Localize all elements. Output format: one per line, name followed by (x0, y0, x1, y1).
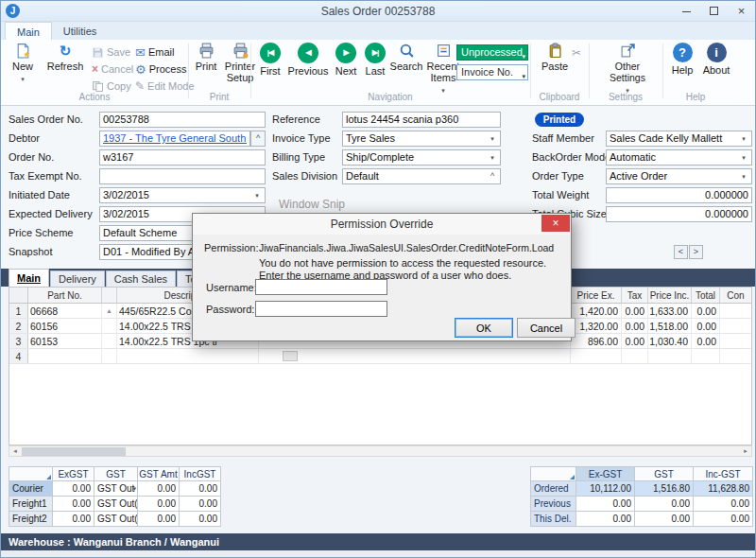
email-button[interactable]: ✉ Email (135, 44, 174, 60)
totals-corner-cell[interactable] (531, 467, 576, 481)
freight-col-gst[interactable]: GST (94, 467, 138, 481)
dialog-close-button[interactable]: × (541, 215, 570, 232)
first-button[interactable]: |◀ First (256, 43, 284, 77)
order-no-field[interactable]: w3167 (99, 149, 266, 166)
freight-incgst-cell[interactable]: 0.00 (180, 481, 221, 497)
freight-col-exgst[interactable]: ExGST (53, 467, 94, 481)
cell-button[interactable] (283, 351, 298, 361)
freight-gst-amt-cell[interactable]: 0.00 (138, 481, 180, 497)
freight-exgst-cell[interactable]: 0.00 (53, 512, 94, 527)
freight-row-freight2[interactable]: Freight2 0.00 GST Out(15%) 0.00 0.00 (9, 512, 221, 527)
total-cubic-size-field[interactable]: 0.000000 (606, 206, 752, 222)
freight-gst-cell[interactable]: GST Out(15%) (94, 512, 138, 527)
part-no-cell[interactable]: 06668 (28, 304, 102, 318)
invoice-type-combo[interactable]: Tyre Sales▾ (342, 131, 501, 147)
totals-row-this-del[interactable]: This Del. 0.00 0.00 0.00 (531, 512, 753, 527)
totals-incgst-cell[interactable]: 11,628.80 (694, 481, 753, 497)
staff-member-combo[interactable]: Sales Cade Kelly Mallett▾ (606, 131, 752, 147)
about-button[interactable]: i About (700, 43, 732, 76)
totals-incgst-cell[interactable]: 0.00 (694, 497, 753, 512)
col-header-part-no[interactable]: Part No. (28, 288, 102, 303)
printer-setup-button[interactable]: Printer Setup (222, 43, 258, 83)
totals-col-exgst[interactable]: Ex-GST (576, 467, 635, 481)
other-settings-button[interactable]: Other Settings ▾ (596, 43, 659, 96)
username-input[interactable] (255, 279, 387, 295)
col-header-icon[interactable] (102, 288, 117, 303)
totals-row-previous[interactable]: Previous 0.00 0.00 0.00 (531, 497, 753, 512)
total-cell[interactable]: 0.00 (692, 334, 720, 348)
freight-gst-cell[interactable]: GST Out(15%) (94, 497, 138, 512)
freight-row-label[interactable]: Courier (9, 481, 53, 497)
tax-cell[interactable]: 0.00 (622, 334, 648, 348)
price-ex-cell[interactable]: 896.00 (571, 334, 622, 348)
grid-row-4[interactable]: 4 (9, 349, 751, 364)
freight-corner-cell[interactable] (9, 467, 53, 481)
tax-cell[interactable]: 0.00 (622, 319, 648, 333)
refresh-button[interactable]: ↻ Refresh (43, 43, 88, 72)
price-inc-cell[interactable]: 1,030.40 (648, 334, 692, 348)
total-weight-field[interactable]: 0.000000 (606, 187, 752, 203)
totals-exgst-cell[interactable]: 0.00 (576, 512, 635, 527)
freight-row-label[interactable]: Freight1 (9, 497, 53, 512)
ok-button[interactable]: OK (455, 318, 513, 338)
scroll-right-arrow[interactable]: ► (740, 448, 751, 454)
totals-gst-cell[interactable]: 0.00 (635, 512, 694, 527)
grid-horizontal-scrollbar[interactable]: ◄ ► (9, 445, 752, 457)
con-cell[interactable] (720, 304, 751, 318)
order-type-combo[interactable]: Active Order▾ (606, 168, 752, 184)
debtor-expand-button[interactable]: ^ (250, 131, 266, 147)
col-header-tax[interactable]: Tax (622, 288, 648, 303)
snapshot-prev-button[interactable]: < (674, 245, 688, 259)
snapshot-next-button[interactable]: > (689, 245, 703, 259)
price-inc-cell[interactable]: 1,633.00 (648, 304, 692, 318)
scroll-left-arrow[interactable]: ◄ (9, 448, 21, 454)
freight-col-incgst[interactable]: IncGST (180, 467, 221, 481)
freight-gst-amt-cell[interactable]: 0.00 (138, 497, 180, 512)
minimize-button[interactable] (673, 1, 700, 21)
total-cell[interactable]: 0.00 (692, 304, 720, 318)
help-button[interactable]: ? Help (668, 43, 696, 76)
row-number-cell[interactable]: 3 (9, 334, 28, 348)
freight-exgst-cell[interactable]: 0.00 (53, 481, 94, 497)
totals-row-ordered[interactable]: Ordered 10,112.00 1,516.80 11,628.80 (531, 481, 753, 497)
debtor-link[interactable]: 1937 - The Tyre General South Canterbury (103, 131, 247, 146)
sales-division-combo[interactable]: Default^ (342, 168, 501, 184)
freight-exgst-cell[interactable]: 0.00 (53, 497, 94, 512)
row-number-cell[interactable]: 4 (9, 349, 28, 363)
price-ex-cell[interactable]: 1,320.00 (571, 319, 622, 333)
totals-exgst-cell[interactable]: 0.00 (576, 497, 635, 512)
price-inc-cell[interactable] (648, 349, 692, 363)
freight-row-freight1[interactable]: Freight1 0.00 GST Out(15%) 0.00 0.00 (9, 497, 221, 512)
detail-tab-cash-sales[interactable]: Cash Sales (106, 270, 176, 287)
ribbon-tab-utilities[interactable]: Utilities (52, 22, 108, 40)
maximize-button[interactable] (700, 1, 728, 21)
search-button[interactable]: Search (390, 43, 422, 72)
cancel-button-ribbon[interactable]: × Cancel (92, 61, 133, 77)
row-number-cell[interactable]: 1 (9, 304, 28, 318)
detail-tab-delivery[interactable]: Delivery (50, 270, 105, 287)
price-inc-cell[interactable]: 1,518.00 (648, 319, 692, 333)
ribbon-tab-main[interactable]: Main (5, 22, 52, 40)
backorder-mode-combo[interactable]: Automatic▾ (606, 149, 752, 166)
paste-button[interactable]: Paste (538, 43, 572, 72)
description-cell[interactable] (117, 349, 259, 363)
initiated-date-picker[interactable]: 3/02/2015▾ (99, 187, 266, 203)
grid-corner-cell[interactable] (9, 288, 28, 303)
freight-gst-combo[interactable]: GST Out▾ (94, 481, 138, 497)
tax-cell[interactable] (622, 349, 648, 363)
col-header-total[interactable]: Total (692, 288, 720, 303)
reference-field[interactable]: lotus 24454 scania p360 (342, 112, 501, 128)
last-button[interactable]: ▶| Last (362, 43, 388, 77)
freight-row-label[interactable]: Freight2 (9, 512, 53, 527)
totals-incgst-cell[interactable]: 0.00 (694, 512, 753, 527)
tax-cell[interactable]: 0.00 (622, 304, 648, 318)
save-button[interactable]: Save (92, 44, 130, 60)
freight-gst-amt-cell[interactable]: 0.00 (138, 512, 180, 527)
tax-exempt-no-field[interactable] (99, 168, 266, 184)
price-ex-cell[interactable] (571, 349, 622, 363)
totals-exgst-cell[interactable]: 10,112.00 (576, 481, 635, 497)
search-by-combo[interactable]: Invoice No. ▾ (456, 64, 528, 80)
con-cell[interactable] (720, 349, 751, 363)
detail-tab-main[interactable]: Main (9, 269, 49, 287)
new-button[interactable]: New ▾ (5, 43, 41, 85)
